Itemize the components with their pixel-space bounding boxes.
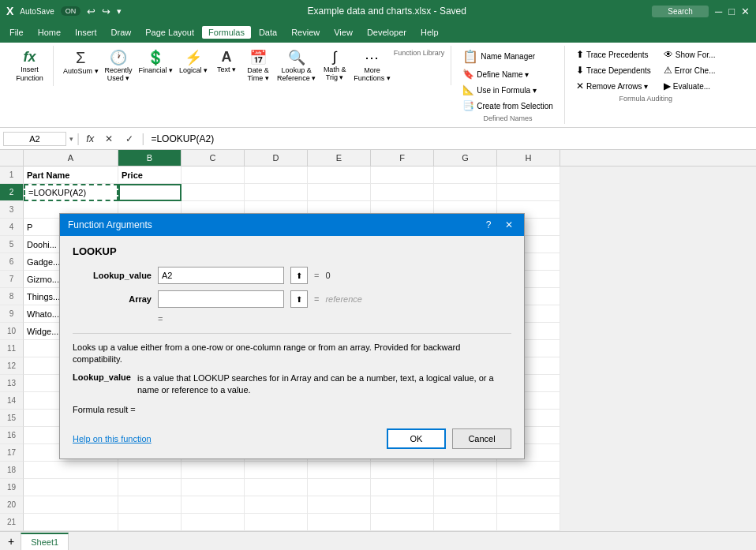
maximize-btn[interactable]: □ xyxy=(728,6,735,17)
col-header-a[interactable]: A xyxy=(24,150,118,166)
cell-g1[interactable] xyxy=(434,166,497,184)
cell-h19[interactable] xyxy=(497,479,560,496)
dialog-close-btn[interactable]: ✕ xyxy=(502,218,516,232)
cell-d20[interactable] xyxy=(245,496,308,514)
remove-arrows-button[interactable]: ✕ Remove Arrows ▾ xyxy=(571,79,656,93)
cancel-button[interactable]: Cancel xyxy=(452,428,511,449)
cell-e2[interactable] xyxy=(308,184,371,201)
cell-b2[interactable] xyxy=(118,184,182,201)
ok-button[interactable]: OK xyxy=(387,428,446,449)
cell-g19[interactable] xyxy=(434,479,497,496)
recently-used-button[interactable]: 🕐 RecentlyUsed ▾ xyxy=(102,47,136,84)
lookup-value-input[interactable] xyxy=(158,267,284,284)
col-header-g[interactable]: G xyxy=(434,150,497,166)
trace-dependents-button[interactable]: ⬇ Trace Dependents xyxy=(571,63,656,77)
cell-d18[interactable] xyxy=(245,462,308,479)
cell-h21[interactable] xyxy=(497,514,560,531)
quick-access[interactable]: ▾ xyxy=(117,6,122,17)
menu-review[interactable]: Review xyxy=(285,26,326,39)
array-arrow[interactable]: ⬆ xyxy=(290,290,308,308)
use-in-formula-button[interactable]: 📐 Use in Formula ▾ xyxy=(458,83,558,97)
cell-f1[interactable] xyxy=(371,166,434,184)
cell-f20[interactable] xyxy=(371,496,434,514)
cell-a21[interactable] xyxy=(24,514,118,531)
toolbar-redo[interactable]: ↪ xyxy=(102,6,110,17)
close-btn[interactable]: ✕ xyxy=(741,6,750,17)
cell-f2[interactable] xyxy=(371,184,434,201)
cell-g18[interactable] xyxy=(434,462,497,479)
text-button[interactable]: A Text ▾ xyxy=(211,47,242,75)
autosum-button[interactable]: Σ AutoSum ▾ xyxy=(60,47,102,77)
cell-g2[interactable] xyxy=(434,184,497,201)
menu-page-layout[interactable]: Page Layout xyxy=(139,26,200,39)
cell-b19[interactable] xyxy=(118,479,182,496)
col-header-f[interactable]: F xyxy=(371,150,434,166)
cell-h1[interactable] xyxy=(497,166,560,184)
show-formulas-button[interactable]: 👁 Show For... xyxy=(659,47,720,62)
col-header-e[interactable]: E xyxy=(308,150,371,166)
cell-a20[interactable] xyxy=(24,496,118,514)
function-arguments-dialog[interactable]: Function Arguments ? ✕ LOOKUP Lookup_val… xyxy=(59,213,525,459)
sheet-tab-sheet1[interactable]: Sheet1 xyxy=(21,533,69,550)
name-box[interactable]: A2 xyxy=(3,132,66,146)
lookup-reference-button[interactable]: 🔍 Lookup &Reference ▾ xyxy=(274,47,319,84)
cell-h2[interactable] xyxy=(497,184,560,201)
dialog-help-btn[interactable]: ? xyxy=(481,218,496,232)
cell-c21[interactable] xyxy=(182,514,245,531)
cancel-formula-btn[interactable]: ✕ xyxy=(100,130,118,148)
logical-button[interactable]: ⚡ Logical ▾ xyxy=(176,47,211,76)
cell-f19[interactable] xyxy=(371,479,434,496)
cell-g21[interactable] xyxy=(434,514,497,531)
search-box[interactable]: Search xyxy=(652,6,709,17)
cell-f18[interactable] xyxy=(371,462,434,479)
cell-e18[interactable] xyxy=(308,462,371,479)
col-header-d[interactable]: D xyxy=(245,150,308,166)
cell-b1[interactable]: Price xyxy=(118,166,182,184)
cell-a19[interactable] xyxy=(24,479,118,496)
formula-input[interactable]: =LOOKUP(A2) xyxy=(148,132,753,146)
error-checking-button[interactable]: ⚠ Error Che... xyxy=(659,63,720,77)
cell-g20[interactable] xyxy=(434,496,497,514)
cell-h20[interactable] xyxy=(497,496,560,514)
define-name-button[interactable]: 🔖 Define Name ▾ xyxy=(458,67,558,81)
create-from-selection-button[interactable]: 📑 Create from Selection xyxy=(458,99,558,113)
cell-c20[interactable] xyxy=(182,496,245,514)
math-trig-button[interactable]: ∫ Math &Trig ▾ xyxy=(319,47,350,83)
cell-e1[interactable] xyxy=(308,166,371,184)
cell-a18[interactable] xyxy=(24,462,118,479)
menu-insert[interactable]: Insert xyxy=(69,26,103,39)
menu-formulas[interactable]: Formulas xyxy=(202,26,251,39)
cell-e19[interactable] xyxy=(308,479,371,496)
col-header-h[interactable]: H xyxy=(497,150,560,166)
cell-b21[interactable] xyxy=(118,514,182,531)
cell-c18[interactable] xyxy=(182,462,245,479)
cell-d2[interactable] xyxy=(245,184,308,201)
menu-draw[interactable]: Draw xyxy=(105,26,138,39)
cell-e20[interactable] xyxy=(308,496,371,514)
menu-home[interactable]: Home xyxy=(32,26,67,39)
evaluate-formula-button[interactable]: ▶ Evaluate... xyxy=(659,79,720,93)
insert-function-button[interactable]: fx InsertFunction xyxy=(13,47,47,84)
cell-c2[interactable] xyxy=(182,184,245,201)
date-time-button[interactable]: 📅 Date &Time ▾ xyxy=(242,47,274,84)
cell-b18[interactable] xyxy=(118,462,182,479)
cell-d1[interactable] xyxy=(245,166,308,184)
menu-file[interactable]: File xyxy=(3,26,30,39)
financial-button[interactable]: 💲 Financial ▾ xyxy=(136,47,177,76)
cell-e21[interactable] xyxy=(308,514,371,531)
col-header-c[interactable]: C xyxy=(182,150,245,166)
trace-precedents-button[interactable]: ⬆ Trace Precedents xyxy=(571,47,656,62)
menu-help[interactable]: Help xyxy=(414,26,445,39)
cell-d19[interactable] xyxy=(245,479,308,496)
cell-b20[interactable] xyxy=(118,496,182,514)
cell-c1[interactable] xyxy=(182,166,245,184)
menu-developer[interactable]: Developer xyxy=(361,26,413,39)
confirm-formula-btn[interactable]: ✓ xyxy=(121,130,138,148)
name-manager-button[interactable]: 📋 Name Manager xyxy=(458,47,558,65)
cell-a1[interactable]: Part Name xyxy=(24,166,118,184)
autosave-toggle[interactable]: ON xyxy=(61,6,81,16)
cell-c19[interactable] xyxy=(182,479,245,496)
minimize-btn[interactable]: ─ xyxy=(715,6,722,17)
array-input[interactable] xyxy=(158,290,284,308)
menu-data[interactable]: Data xyxy=(253,26,283,39)
